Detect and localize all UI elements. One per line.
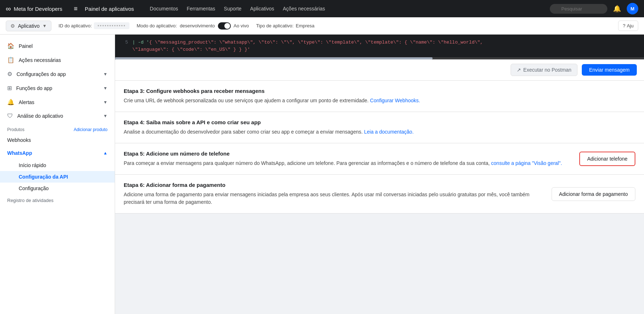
registro-label: Registro de atividades <box>7 198 54 203</box>
type-value: Empresa <box>296 23 314 28</box>
settings-icon: ⚙ <box>7 71 12 77</box>
step-5-card: Etapa 5: Adicione um número de telefone … <box>115 143 644 175</box>
whatsapp-label: WhatsApp <box>7 150 32 156</box>
code-block-card: 5 | -d '{ \"messaging_product\": \"whats… <box>115 35 644 81</box>
step-5-link[interactable]: consulte a página "Visão geral". <box>491 160 562 166</box>
chevron-funcoes-icon: ▼ <box>103 86 108 91</box>
step-5-title: Etapa 5: Adicione um número de telefone <box>124 151 572 157</box>
code-line-5: 5 | -d '{ \"messaging_product\": \"whats… <box>121 39 638 46</box>
code-json1: { \"messaging_product\": \"whatsapp\", \… <box>149 40 483 45</box>
nav-right: 🔍 🔔 M <box>550 3 638 14</box>
sidebar-sub-config-api[interactable]: Configuração da API <box>0 171 115 183</box>
main-content: 5 | -d '{ \"messaging_product\": \"whats… <box>115 35 644 314</box>
help-button[interactable]: ? Aju <box>618 21 638 31</box>
step-4-link[interactable]: Leia a documentação. <box>364 129 414 135</box>
avatar[interactable]: M <box>627 3 638 14</box>
add-payment-button[interactable]: Adicionar forma de pagamento <box>552 187 635 201</box>
sidebar-item-painel[interactable]: 🏠 Painel <box>0 39 115 53</box>
add-payment-label: Adicionar forma de pagamento <box>559 191 628 197</box>
type-label: Tipo de aplicativo: <box>256 23 293 28</box>
sidebar-acoes-label: Ações necessárias <box>19 57 61 63</box>
postman-label: Executar no Postman <box>523 67 571 73</box>
step-3-desc-text: Crie uma URL de webhook personalizada ou… <box>124 98 369 103</box>
inicio-rapido-label: Início rápido <box>19 162 46 168</box>
sidebar-item-config-app[interactable]: ⚙ Configurações do app ▼ <box>0 67 115 81</box>
produtos-section-label: Produtos Adicionar produto <box>0 123 115 134</box>
code-line-content: | -d '{ \"messaging_product\": \"whatsap… <box>132 39 483 46</box>
shield-icon: 🛡 <box>7 113 13 119</box>
chevron-analise-icon: ▼ <box>103 113 108 118</box>
nav-links: Documentos Ferramentas Suporte Aplicativ… <box>150 6 543 12</box>
mode-value: desenvolvimento <box>180 23 215 28</box>
sidebar: 🏠 Painel 📋 Ações necessárias ⚙ Configura… <box>0 35 115 314</box>
sub-header: ⚙ Aplicativo ▼ ID do aplicativo: •••••••… <box>0 17 644 35</box>
add-phone-button[interactable]: Adicionar telefone <box>579 152 635 166</box>
code-line-6: \"language\": { \"code\": \"en_US\" } } … <box>121 46 638 53</box>
step-4-desc: Analise a documentação do desenvolvedor … <box>124 128 635 136</box>
step-5-actions: Adicionar telefone <box>579 152 635 166</box>
search-wrapper: 🔍 <box>550 4 607 14</box>
menu-icon[interactable]: ≡ <box>74 5 78 13</box>
step-6-title: Etapa 6: Adicionar forma de pagamento <box>124 182 544 188</box>
step-3-card: Etapa 3: Configure webhooks para receber… <box>115 81 644 112</box>
type-section: Tipo de aplicativo: Empresa <box>256 23 314 28</box>
gear-icon: ⚙ <box>10 23 15 29</box>
sidebar-item-whatsapp[interactable]: WhatsApp ▲ <box>0 147 115 160</box>
code-area: 5 | -d '{ \"messaging_product\": \"whats… <box>115 35 644 57</box>
app-id-value: •••••••••••• <box>94 22 129 29</box>
sidebar-item-analise[interactable]: 🛡 Análise do aplicativo ▼ <box>0 109 115 123</box>
step-3-link[interactable]: Configurar Webhooks. <box>370 98 420 103</box>
sidebar-item-webhooks[interactable]: Webhooks <box>0 134 115 147</box>
sidebar-alertas-label: Alertas <box>19 99 35 105</box>
panel-title: Painel de aplicativos <box>85 6 134 12</box>
top-navigation: ∞ Meta for Developers ≡ Painel de aplica… <box>0 0 644 17</box>
sidebar-sub-configuracao[interactable]: Configuração <box>0 183 115 194</box>
step-3-title: Etapa 3: Configure webhooks para receber… <box>124 88 635 94</box>
app-id-label: ID do aplicativo: <box>59 23 92 28</box>
home-icon: 🏠 <box>7 42 14 49</box>
nav-aplicativos[interactable]: Aplicativos <box>250 6 274 12</box>
sidebar-item-alertas[interactable]: 🔔 Alertas ▼ <box>0 95 115 109</box>
sidebar-analise-label: Análise do aplicativo <box>17 113 63 119</box>
step-5-text: Etapa 5: Adicione um número de telefone … <box>124 151 572 167</box>
meta-logo: ∞ <box>6 5 11 13</box>
mode-toggle[interactable] <box>218 22 231 30</box>
sidebar-item-registro[interactable]: Registro de atividades <box>0 194 115 207</box>
app-selector[interactable]: ⚙ Aplicativo ▼ <box>6 21 51 31</box>
config-api-label: Configuração da API <box>19 174 68 180</box>
sidebar-sub-inicio-rapido[interactable]: Início rápido <box>0 160 115 171</box>
sidebar-funcoes-label: Funções do app <box>16 85 52 91</box>
step-3-desc: Crie uma URL de webhook personalizada ou… <box>124 97 635 104</box>
nav-documentos[interactable]: Documentos <box>150 6 178 12</box>
brand-logo: ∞ Meta for Developers <box>6 5 62 13</box>
chevron-down-icon: ▼ <box>42 23 47 28</box>
postman-button[interactable]: ↗ Executar no Postman <box>511 64 577 76</box>
live-label: Ao vivo <box>234 23 249 28</box>
sidebar-item-funcoes[interactable]: ⊞ Funções do app ▼ <box>0 81 115 95</box>
code-scrollbar[interactable] <box>115 57 644 59</box>
nav-suporte[interactable]: Suporte <box>224 6 242 12</box>
produtos-label: Produtos <box>7 127 24 132</box>
nav-ferramentas[interactable]: Ferramentas <box>187 6 215 12</box>
step-5-desc-text: Para começar a enviar mensagens para qua… <box>124 160 490 166</box>
notification-icon[interactable]: 🔔 <box>613 5 621 13</box>
send-label: Enviar mensagem <box>589 67 630 73</box>
sidebar-item-acoes[interactable]: 📋 Ações necessárias <box>0 53 115 67</box>
adicionar-produto-link[interactable]: Adicionar produto <box>74 127 108 132</box>
search-input[interactable] <box>550 4 607 14</box>
sub-header-info: ID do aplicativo: •••••••••••• Modo do a… <box>59 22 611 30</box>
sidebar-webhooks-label: Webhooks <box>7 137 31 143</box>
send-message-button[interactable]: Enviar mensagem <box>582 64 637 76</box>
step-6-text: Etapa 6: Adicionar forma de pagamento Ad… <box>124 182 544 206</box>
alert-icon: 📋 <box>7 57 14 63</box>
step-4-desc-text: Analise a documentação do desenvolvedor … <box>124 129 363 135</box>
external-link-icon: ↗ <box>517 67 521 73</box>
mode-label: Modo do aplicativo: <box>137 23 177 28</box>
step-4-title: Etapa 4: Saiba mais sobre a API e como c… <box>124 119 635 125</box>
step-5-desc: Para começar a enviar mensagens para qua… <box>124 160 572 167</box>
brand-name: Meta for Developers <box>14 6 62 12</box>
nav-acoes[interactable]: Ações necessárias <box>283 6 325 12</box>
step-5-content: Etapa 5: Adicione um número de telefone … <box>124 151 635 167</box>
main-layout: 🏠 Painel 📋 Ações necessárias ⚙ Configura… <box>0 35 644 314</box>
app-id-section: ID do aplicativo: •••••••••••• <box>59 22 129 29</box>
